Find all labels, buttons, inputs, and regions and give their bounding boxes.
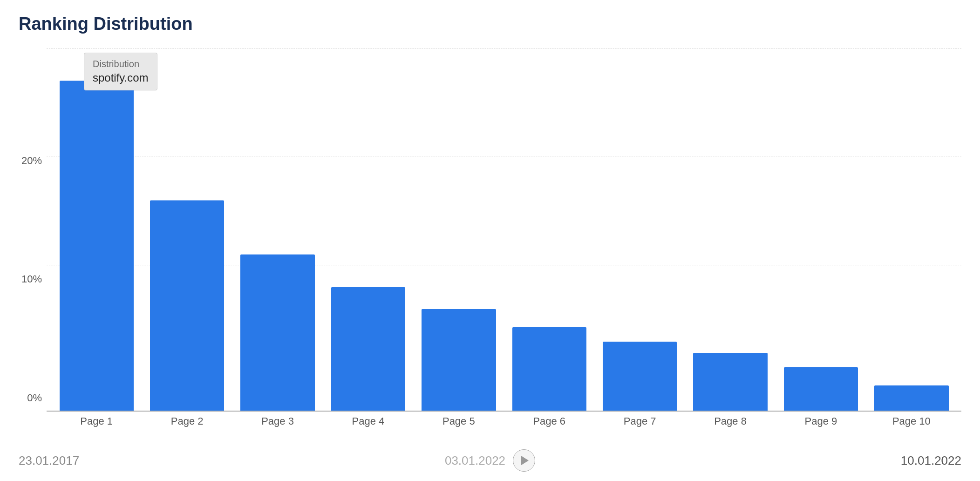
grid-and-bars: Distribution spotify.com: [47, 48, 961, 411]
bar-2[interactable]: [150, 200, 224, 411]
y-label-20: 20%: [19, 155, 47, 167]
y-axis: 20% 10% 0%: [19, 48, 47, 427]
x-label-6: Page 6: [504, 415, 594, 427]
timeline-center: 03.01.2022: [445, 449, 535, 472]
bar-9[interactable]: [784, 367, 858, 411]
x-label-8: Page 8: [685, 415, 776, 427]
bar-group-3[interactable]: [232, 48, 323, 411]
chart-container: Ranking Distribution 20% 10% 0%: [0, 0, 980, 481]
x-label-10: Page 10: [866, 415, 957, 427]
timeline-current-date: 03.01.2022: [445, 454, 505, 468]
x-label-1: Page 1: [51, 415, 142, 427]
chart-inner: Distribution spotify.com Page 1Page 2Pag…: [47, 48, 961, 427]
bar-group-5[interactable]: [414, 48, 504, 411]
bar-group-7[interactable]: [594, 48, 685, 411]
x-label-2: Page 2: [142, 415, 232, 427]
x-label-5: Page 5: [414, 415, 504, 427]
x-label-7: Page 7: [594, 415, 685, 427]
divider: [19, 436, 961, 436]
x-label-4: Page 4: [323, 415, 413, 427]
x-label-9: Page 9: [776, 415, 866, 427]
bar-group-8[interactable]: [685, 48, 776, 411]
bar-8[interactable]: [693, 353, 767, 411]
y-label-0: 0%: [19, 392, 47, 404]
bar-1[interactable]: [60, 81, 134, 411]
chart-title: Ranking Distribution: [19, 14, 961, 34]
bar-3[interactable]: [240, 254, 314, 411]
bar-group-4[interactable]: [323, 48, 413, 411]
bars-row: [47, 48, 961, 411]
bar-group-9[interactable]: [776, 48, 866, 411]
bar-group-1[interactable]: [51, 48, 142, 411]
bar-4[interactable]: [331, 287, 405, 411]
y-label-10: 10%: [19, 273, 47, 285]
bar-10[interactable]: [874, 385, 948, 411]
x-label-3: Page 3: [232, 415, 323, 427]
chart-area: 20% 10% 0% Distribution spo: [19, 48, 961, 427]
bar-6[interactable]: [512, 327, 586, 411]
bar-5[interactable]: [422, 309, 496, 411]
play-icon: [521, 456, 529, 465]
timeline-end-date: 10.01.2022: [901, 454, 961, 468]
x-axis-labels: Page 1Page 2Page 3Page 4Page 5Page 6Page…: [47, 415, 961, 427]
bar-group-10[interactable]: [866, 48, 957, 411]
bar-group-2[interactable]: [142, 48, 232, 411]
timeline-row: 23.01.2017 03.01.2022 10.01.2022: [19, 441, 961, 472]
baseline: [47, 411, 961, 412]
timeline-start-date: 23.01.2017: [19, 454, 79, 468]
bars-and-axes: 20% 10% 0% Distribution spo: [19, 48, 961, 427]
play-button[interactable]: [513, 449, 535, 472]
bar-7[interactable]: [603, 342, 677, 411]
bar-group-6[interactable]: [504, 48, 594, 411]
